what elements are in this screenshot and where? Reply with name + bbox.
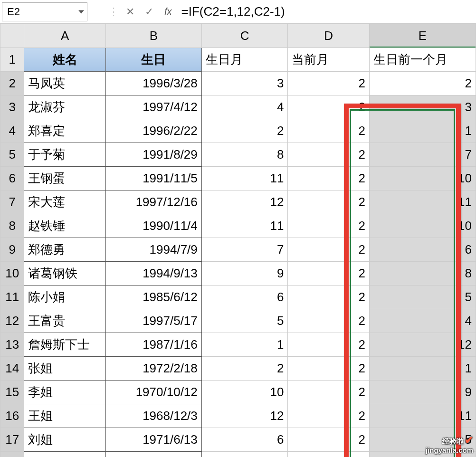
cell-name[interactable]: 郑德勇 — [24, 238, 106, 262]
cell-name[interactable]: 宋大莲 — [24, 190, 106, 214]
cell-birth-month[interactable]: 11 — [201, 214, 288, 238]
cell-birth-month[interactable]: 8 — [201, 143, 288, 167]
cell-name[interactable]: 马凤英 — [24, 72, 106, 95]
cell-birthday[interactable]: 1997/4/12 — [105, 95, 201, 119]
name-box[interactable]: E2 — [2, 2, 87, 21]
cell-name[interactable]: 詹姆斯下士 — [24, 333, 106, 357]
cell-prev-month[interactable]: 9 — [369, 381, 476, 404]
cell-birth-month[interactable]: 12 — [201, 190, 288, 214]
cell-name[interactable]: 王姐 — [24, 404, 106, 428]
cell-prev-month[interactable]: 3 — [369, 95, 476, 119]
cell-birthday[interactable]: 1996/2/22 — [105, 119, 201, 143]
cell-birth-month[interactable]: 2 — [201, 119, 288, 143]
cell-birth-month[interactable]: 10 — [201, 381, 288, 404]
cell-prev-month[interactable]: 4 — [369, 309, 476, 333]
header-cell[interactable]: 姓名 — [24, 48, 106, 72]
cell-birthday[interactable]: 1968/12/3 — [105, 404, 201, 428]
column-header-e[interactable]: E — [369, 24, 476, 48]
cell-birthday[interactable]: 1990/11/4 — [105, 214, 201, 238]
cell-birth-month[interactable]: 4 — [201, 95, 288, 119]
cell-birthday[interactable]: 1991/8/29 — [105, 143, 201, 167]
cell-current-month[interactable]: 2 — [288, 262, 370, 286]
cell-prev-month[interactable]: 12 — [369, 333, 476, 357]
column-header-b[interactable]: B — [105, 24, 201, 48]
row-header[interactable]: 4 — [0, 119, 24, 143]
cell-name[interactable]: 王钢蛋 — [24, 167, 106, 190]
cell-current-month[interactable]: 2 — [288, 143, 370, 167]
row-header[interactable]: 13 — [0, 333, 24, 357]
cell-birth-month[interactable]: 6 — [201, 428, 288, 452]
grid[interactable]: A B C D E 1姓名生日生日月当前月生日前一个月2马凤英1996/3/28… — [0, 24, 476, 457]
cell-birthday[interactable]: 1997/12/16 — [105, 190, 201, 214]
cell-prev-month[interactable]: 8 — [369, 262, 476, 286]
cell-prev-month[interactable]: 7 — [369, 143, 476, 167]
cell-current-month[interactable]: 2 — [288, 167, 370, 190]
cell-current-month[interactable]: 2 — [288, 428, 370, 452]
cell-prev-month[interactable]: 5 — [369, 286, 476, 309]
cell-birthday[interactable]: 1970/10/12 — [105, 381, 201, 404]
row-header[interactable]: 18 — [0, 452, 24, 457]
row-header[interactable]: 17 — [0, 428, 24, 452]
cell-prev-month[interactable]: 10 — [369, 214, 476, 238]
row-header[interactable]: 16 — [0, 404, 24, 428]
row-header[interactable]: 10 — [0, 262, 24, 286]
cell-current-month[interactable]: 2 — [288, 72, 370, 95]
cancel-button[interactable]: ✕ — [121, 2, 140, 21]
row-header[interactable]: 12 — [0, 309, 24, 333]
cell-prev-month[interactable]: 1 — [369, 119, 476, 143]
cell-birthday[interactable]: 1987/1/16 — [105, 333, 201, 357]
cell-prev-month[interactable]: 6 — [369, 238, 476, 262]
cell-birthday[interactable]: 1969/9/26 — [105, 452, 201, 457]
cell-current-month[interactable]: 2 — [288, 190, 370, 214]
cell-birth-month[interactable]: 2 — [201, 357, 288, 381]
cell-name[interactable]: 张姐 — [24, 357, 106, 381]
cell-birthday[interactable]: 1994/7/9 — [105, 238, 201, 262]
row-header[interactable]: 11 — [0, 286, 24, 309]
row-header[interactable]: 3 — [0, 95, 24, 119]
cell-name[interactable]: 刘姐 — [24, 428, 106, 452]
row-header[interactable]: 9 — [0, 238, 24, 262]
fx-label[interactable]: fx — [164, 6, 172, 17]
header-cell[interactable]: 生日月 — [201, 48, 288, 72]
cell-name[interactable]: 于予菊 — [24, 143, 106, 167]
cell-prev-month[interactable]: 11 — [369, 190, 476, 214]
cell-birthday[interactable]: 1971/6/13 — [105, 428, 201, 452]
chevron-down-icon[interactable] — [78, 10, 84, 13]
row-header[interactable]: 6 — [0, 167, 24, 190]
cell-name[interactable]: 李姐 — [24, 381, 106, 404]
cell-current-month[interactable]: 2 — [288, 381, 370, 404]
row-header[interactable]: 1 — [0, 48, 24, 72]
cell-current-month[interactable]: 2 — [288, 452, 370, 457]
cell-birth-month[interactable]: 5 — [201, 309, 288, 333]
cell-prev-month[interactable]: 2 — [369, 72, 476, 95]
cell-current-month[interactable]: 2 — [288, 333, 370, 357]
header-cell[interactable]: 当前月 — [288, 48, 370, 72]
cell-birthday[interactable]: 1991/11/5 — [105, 167, 201, 190]
cell-current-month[interactable]: 2 — [288, 286, 370, 309]
cell-birth-month[interactable]: 11 — [201, 167, 288, 190]
cell-birthday[interactable]: 1997/5/17 — [105, 309, 201, 333]
cell-name[interactable]: 诸葛钢铁 — [24, 262, 106, 286]
cell-current-month[interactable]: 2 — [288, 95, 370, 119]
cell-birth-month[interactable]: 9 — [201, 452, 288, 457]
header-cell[interactable]: 生日前一个月 — [369, 48, 476, 72]
cell-birth-month[interactable]: 12 — [201, 404, 288, 428]
enter-button[interactable]: ✓ — [140, 2, 159, 21]
cell-current-month[interactable]: 2 — [288, 214, 370, 238]
column-header-c[interactable]: C — [201, 24, 288, 48]
cell-prev-month[interactable]: 10 — [369, 167, 476, 190]
cell-birthday[interactable]: 1996/3/28 — [105, 72, 201, 95]
cell-current-month[interactable]: 2 — [288, 119, 370, 143]
row-header[interactable]: 14 — [0, 357, 24, 381]
cell-birth-month[interactable]: 3 — [201, 72, 288, 95]
cell-birthday[interactable]: 1972/2/18 — [105, 357, 201, 381]
cell-prev-month[interactable]: 11 — [369, 404, 476, 428]
column-header-d[interactable]: D — [288, 24, 370, 48]
cell-birthday[interactable]: 1994/9/13 — [105, 262, 201, 286]
cell-birth-month[interactable]: 6 — [201, 286, 288, 309]
cell-name[interactable]: 陈小娟 — [24, 286, 106, 309]
cell-birthday[interactable]: 1985/6/12 — [105, 286, 201, 309]
cell-birth-month[interactable]: 7 — [201, 238, 288, 262]
cell-current-month[interactable]: 2 — [288, 238, 370, 262]
cell-name[interactable]: 龙淑芬 — [24, 95, 106, 119]
